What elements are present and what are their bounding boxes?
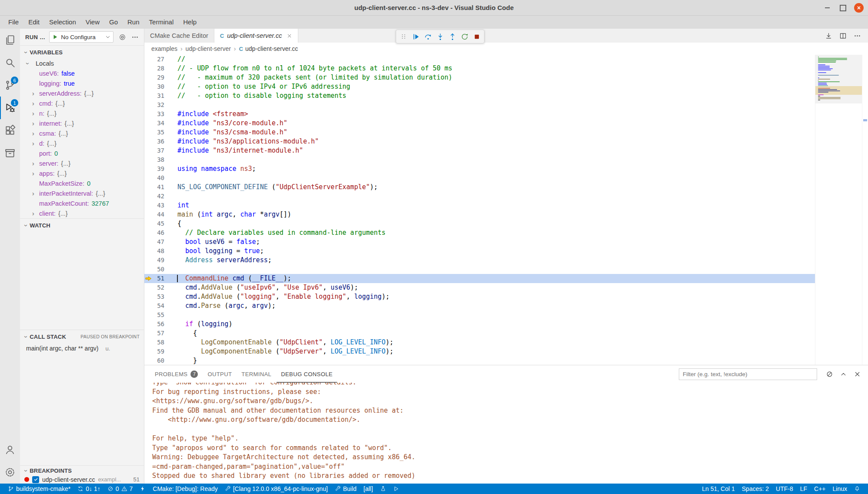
- breakpoint-checkbox[interactable]: [32, 476, 39, 483]
- code-line[interactable]: 40: [144, 174, 815, 183]
- tab-output[interactable]: OUTPUT: [203, 365, 236, 383]
- glyph-margin[interactable]: [144, 320, 152, 329]
- close-panel-icon[interactable]: [854, 370, 861, 378]
- stop-button[interactable]: [471, 31, 482, 42]
- maximize-panel-icon[interactable]: [840, 370, 847, 378]
- indentation-indicator[interactable]: Spaces: 2: [738, 484, 772, 494]
- activity-extensions[interactable]: [0, 119, 20, 142]
- variable-row[interactable]: ›n:{...}: [20, 108, 144, 118]
- glyph-margin[interactable]: [144, 237, 152, 247]
- cmake-build-target[interactable]: [all]: [360, 484, 377, 494]
- code-text[interactable]: Address serverAddress;: [164, 256, 272, 265]
- code-line[interactable]: 58 LogComponentEnable ("UdpClient", LOG_…: [144, 338, 815, 347]
- variable-row[interactable]: ›cmd:{...}: [20, 98, 144, 108]
- code-text[interactable]: //: [164, 55, 185, 64]
- glyph-margin[interactable]: [144, 100, 152, 110]
- debug-config-dropdown[interactable]: No Configura: [49, 31, 114, 43]
- glyph-margin[interactable]: [144, 91, 152, 100]
- tab-problems[interactable]: PROBLEMS 7: [150, 365, 202, 383]
- code-text[interactable]: main (int argc, char *argv[]): [164, 210, 291, 219]
- minimize-button[interactable]: [823, 3, 831, 12]
- variable-row[interactable]: ›interPacketInterval:{...}: [20, 188, 144, 198]
- drag-handle-icon[interactable]: [398, 31, 409, 42]
- code-text[interactable]: int: [164, 201, 189, 210]
- breadcrumb-file[interactable]: C udp-client-server.cc: [239, 45, 298, 52]
- code-text[interactable]: cmd.Parse (argc, argv);: [164, 301, 276, 310]
- clear-console-icon[interactable]: [826, 370, 833, 378]
- code-text[interactable]: {: [164, 219, 181, 228]
- menu-selection[interactable]: Selection: [44, 16, 81, 29]
- download-arrow-icon[interactable]: [825, 32, 832, 40]
- more-actions-icon[interactable]: [131, 33, 139, 41]
- code-line[interactable]: 44main (int argc, char *argv[]): [144, 210, 815, 219]
- step-over-button[interactable]: [422, 31, 434, 42]
- code-text[interactable]: // - UDP flow from n0 to n1 of 1024 byte…: [164, 64, 452, 73]
- activity-run-debug[interactable]: 1: [0, 97, 20, 119]
- code-line[interactable]: 34#include "ns3/core-module.h": [144, 119, 815, 128]
- code-line[interactable]: 38: [144, 155, 815, 164]
- maximize-button[interactable]: [838, 3, 847, 12]
- code-text[interactable]: using namespace ns3;: [164, 164, 256, 174]
- code-line[interactable]: 42: [144, 192, 815, 201]
- code-line[interactable]: 33#include <fstream>: [144, 110, 815, 119]
- variables-header[interactable]: › VARIABLES: [20, 46, 144, 59]
- breadcrumb-folder[interactable]: examples: [151, 45, 177, 52]
- expand-chevron-icon[interactable]: ›: [32, 100, 34, 107]
- code-line[interactable]: 32: [144, 100, 815, 110]
- scrollbar[interactable]: [862, 55, 868, 365]
- code-line[interactable]: 48 bool logging = true;: [144, 247, 815, 256]
- code-text[interactable]: #include "ns3/applications-module.h": [164, 137, 319, 146]
- variable-row[interactable]: ›internet:{...}: [20, 118, 144, 128]
- code-text[interactable]: LogComponentEnable ("UdpServer", LOG_LEV…: [164, 347, 394, 356]
- glyph-margin[interactable]: [144, 265, 152, 274]
- code-text[interactable]: cmd.AddValue ("logging", "Enable logging…: [164, 292, 390, 301]
- notifications-bell[interactable]: [851, 484, 864, 494]
- problems-indicator[interactable]: 0 7: [104, 484, 137, 494]
- code-text[interactable]: bool logging = true;: [164, 247, 264, 256]
- code-line[interactable]: 55: [144, 310, 815, 320]
- code-line[interactable]: 53 cmd.AddValue ("logging", "Enable logg…: [144, 292, 815, 301]
- continue-button[interactable]: [410, 31, 421, 42]
- glyph-margin[interactable]: [144, 119, 152, 128]
- tab-udp-client-server[interactable]: C udp-client-server.cc: [214, 29, 298, 43]
- encoding-indicator[interactable]: UTF-8: [772, 484, 797, 494]
- expand-chevron-icon[interactable]: ›: [32, 90, 34, 97]
- menu-run[interactable]: Run: [123, 16, 144, 29]
- glyph-margin[interactable]: [144, 146, 152, 155]
- code-text[interactable]: }: [164, 356, 197, 365]
- console-filter-input[interactable]: [679, 368, 817, 380]
- glyph-margin[interactable]: [144, 164, 152, 174]
- expand-chevron-icon[interactable]: ›: [32, 120, 34, 127]
- cmake-kit[interactable]: [Clang 12.0.0 x86_64-pc-linux-gnu]: [221, 484, 331, 494]
- code-line[interactable]: 59 LogComponentEnable ("UdpServer", LOG_…: [144, 347, 815, 356]
- code-text[interactable]: cmd.AddValue ("useIpv6", "Use Ipv6", use…: [164, 283, 358, 292]
- variable-row[interactable]: ›client:{...}: [20, 208, 144, 218]
- menu-help[interactable]: Help: [178, 16, 201, 29]
- code-text[interactable]: #include "ns3/internet-module.h": [164, 146, 303, 155]
- code-line[interactable]: 28// - UDP flow from n0 to n1 of 1024 by…: [144, 64, 815, 73]
- cmake-status[interactable]: CMake: [Debug]: Ready: [149, 484, 221, 494]
- glyph-margin[interactable]: [144, 183, 152, 192]
- activity-account[interactable]: [0, 438, 20, 461]
- code-line[interactable]: 39using namespace ns3;: [144, 164, 815, 174]
- code-line[interactable]: 60 }: [144, 356, 815, 365]
- expand-chevron-icon[interactable]: ›: [32, 210, 34, 217]
- variable-row[interactable]: ›csma:{...}: [20, 128, 144, 138]
- language-indicator[interactable]: C++: [811, 484, 829, 494]
- glyph-margin[interactable]: [144, 110, 152, 119]
- sync-indicator[interactable]: 0↓ 1↑: [74, 484, 103, 494]
- code-text[interactable]: // - option to use IPv4 or IPv6 addressi…: [164, 82, 350, 91]
- code-line[interactable]: 31// - option to disable logging stateme…: [144, 91, 815, 100]
- close-tab-icon[interactable]: [287, 33, 292, 39]
- scope-locals[interactable]: › Locals: [20, 59, 144, 68]
- variable-row[interactable]: useV6:false: [20, 68, 144, 78]
- code-text[interactable]: [164, 100, 177, 110]
- branch-indicator[interactable]: buildsystem-cmake*: [4, 484, 74, 494]
- code-text[interactable]: bool useV6 = false;: [164, 237, 260, 247]
- code-text[interactable]: CommandLine cmd (__FILE__);: [164, 274, 291, 283]
- step-into-button[interactable]: [434, 31, 446, 42]
- cmake-build-button[interactable]: Build: [331, 484, 360, 494]
- variable-row[interactable]: ›server:{...}: [20, 158, 144, 168]
- code-line[interactable]: 52 cmd.AddValue ("useIpv6", "Use Ipv6", …: [144, 283, 815, 292]
- code-line[interactable]: 49 Address serverAddress;: [144, 256, 815, 265]
